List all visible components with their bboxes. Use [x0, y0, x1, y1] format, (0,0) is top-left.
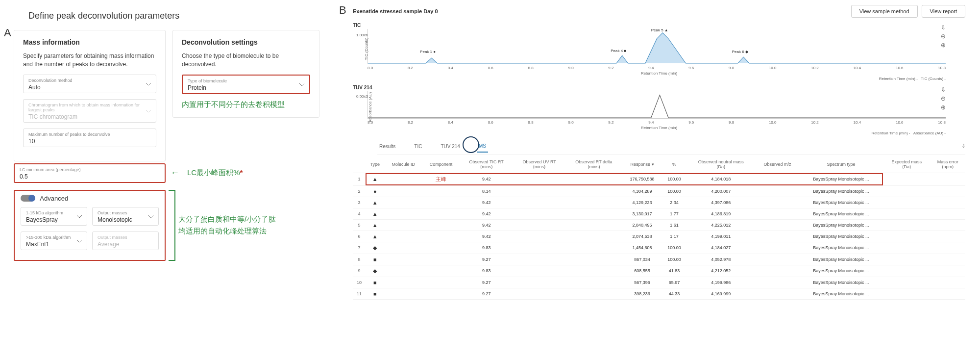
deconvolution-method-select[interactable]: Deconvolution method Auto — [23, 75, 156, 93]
tic-y-tick: 1.00x6 — [356, 33, 368, 37]
output-masses-2-label: Output masses — [98, 235, 153, 240]
tab-results[interactable]: Results — [377, 141, 397, 152]
max-peaks-label: Maximum number of peaks to deconvolve — [28, 132, 151, 137]
mass-info-desc: Specify parameters for obtaining mass in… — [23, 52, 156, 69]
algo-15-300-select[interactable]: >15-300 kDa algorithm MaxEnt1 — [21, 232, 87, 250]
column-header[interactable]: Observed TIC RT(mins) — [460, 157, 513, 173]
column-header[interactable]: Expected mass(Da) — [883, 157, 931, 173]
figure-label-a: A — [4, 26, 11, 39]
deconvolution-settings-card: Deconvolution settings Choose the type o… — [172, 30, 319, 118]
chevron-down-icon — [77, 213, 82, 220]
table-row[interactable]: 5▲9.422,840,4951.614,225.012BayesSpray M… — [353, 219, 965, 231]
column-header[interactable]: % — [662, 157, 686, 173]
table-row[interactable]: 11■9.27398,23644.334,169.999BayesSpray M… — [353, 288, 965, 299]
chevron-down-icon — [148, 213, 153, 220]
table-row[interactable]: 3▲9.424,129,2232.344,397.086BayesSpray M… — [353, 197, 965, 208]
chevron-down-icon — [299, 81, 304, 88]
tic-x-ticks: 8.08.28.48.68.89.09.29.49.69.810.010.210… — [368, 66, 946, 70]
results-table: TypeMolecule IDComponentObserved TIC RT(… — [353, 157, 965, 300]
column-header[interactable]: Type — [366, 157, 384, 173]
mass-info-heading: Mass information — [23, 38, 156, 46]
algo-1-15-select[interactable]: 1-15 kDa algorithm BayesSpray — [21, 207, 87, 226]
table-row[interactable]: 2●8.344,304,289100.004,200.007BayesSpray… — [353, 185, 965, 197]
column-header[interactable]: Component — [422, 157, 460, 173]
panel-b: Exenatide stressed sample Day 0 View sam… — [338, 0, 975, 300]
tuv-y-tick: 0.50x3 — [356, 94, 368, 99]
chevron-down-icon — [77, 237, 82, 244]
advanced-settings-panel: Advanced 1-15 kDa algorithm BayesSpray O… — [14, 190, 166, 261]
table-row[interactable]: 9◆9.83608,55541.834,212.052BayesSpray Mo… — [353, 265, 965, 277]
table-row[interactable]: 4▲9.423,130,0171.774,186.819BayesSpray M… — [353, 208, 965, 219]
lc-min-area-input[interactable]: LC minimum area (percentage) 0.5 — [14, 163, 166, 183]
peak-1-label: Peak 1 ● — [420, 50, 436, 54]
column-header[interactable] — [353, 157, 366, 173]
tab-ms[interactable]: MS — [477, 140, 488, 153]
output-masses-1-select[interactable]: Output masses Monoisotopic — [92, 207, 159, 226]
view-sample-method-button[interactable]: View sample method — [851, 5, 918, 18]
chevron-down-icon — [146, 107, 151, 114]
annotation-algorithm: 大分子蛋白质和中等/小分子肽 均适用的自动化峰处理算法 — [178, 213, 276, 237]
tuv-footer: Retention Time (min) - Absorbance (AU) - — [353, 131, 946, 135]
column-header[interactable]: Observed RT delta(mins) — [565, 157, 622, 173]
decon-method-label: Deconvolution method — [28, 78, 151, 83]
annotation-lc-min: LC最小峰面积%* — [187, 168, 243, 178]
algo-1-15-value: BayesSpray — [26, 216, 58, 223]
max-peaks-value: 10 — [28, 138, 35, 145]
advanced-label: Advanced — [40, 195, 68, 202]
results-tabs: Results TIC TUV 214 MS ⇩ — [377, 140, 965, 155]
max-peaks-input[interactable]: Maximum number of peaks to deconvolve 10 — [23, 129, 156, 147]
biomolecule-value: Protein — [188, 84, 206, 91]
decon-settings-desc: Choose the type of biomolecule to be dec… — [182, 52, 310, 69]
decon-settings-heading: Deconvolution settings — [182, 38, 310, 46]
tuv-chart-block: TUV 214 Absorbance (AU) 0.50x3 ⇩ ⊖ ⊕ 8.0… — [353, 85, 965, 135]
lc-min-area-value: 0.5 — [20, 173, 28, 180]
panel-a: Define peak deconvolution parameters Mas… — [14, 5, 342, 261]
tic-footer: Retention Time (min) - TIC (Counts) - — [353, 77, 946, 81]
tuv-chart[interactable]: Absorbance (AU) 0.50x3 ⇩ ⊖ ⊕ — [368, 91, 946, 119]
decon-method-value: Auto — [28, 84, 41, 91]
table-row[interactable]: 7◆9.831,454,608100.004,184.027BayesSpray… — [353, 242, 965, 254]
column-header[interactable]: Response ▾ — [622, 157, 662, 173]
column-header[interactable]: Observed m/z — [756, 157, 799, 173]
output-masses-1-value: Monoisotopic — [98, 216, 132, 223]
column-header[interactable]: Molecule ID — [384, 157, 422, 173]
column-header[interactable]: Mass error(ppm) — [931, 157, 965, 173]
peak-4-label: Peak 4 ■ — [611, 49, 626, 53]
output-masses-1-label: Output masses — [98, 210, 153, 215]
tab-tuv[interactable]: TUV 214 — [439, 141, 462, 152]
tic-chart[interactable]: TIC (Counts) 1.00x6 ⇩ ⊖ ⊕ Peak 1 ● Peak … — [368, 29, 946, 64]
column-header[interactable]: Observed UV RT(mins) — [513, 157, 565, 173]
algo-1-15-label: 1-15 kDa algorithm — [26, 210, 82, 215]
download-icon[interactable]: ⇩ — [961, 143, 965, 149]
chromatogram-select: Chromatogram from which to obtain mass i… — [23, 99, 156, 123]
biomolecule-type-select[interactable]: Type of biomolecule Protein — [182, 75, 310, 94]
advanced-toggle[interactable] — [21, 195, 34, 202]
column-header[interactable]: Spectrum type — [799, 157, 882, 173]
sample-title: Exenatide stressed sample Day 0 — [353, 8, 438, 14]
lc-min-area-label: LC minimum area (percentage) — [20, 167, 160, 172]
biomolecule-label: Type of biomolecule — [188, 78, 304, 83]
peak-5-label: Peak 5 ▲ — [651, 28, 668, 32]
tic-chart-block: TIC TIC (Counts) 1.00x6 ⇩ ⊖ ⊕ Peak 1 ● P… — [353, 23, 965, 81]
arrow-left-icon: ← — [171, 168, 179, 178]
table-row[interactable]: 6▲9.422,074,5381.174,199.011BayesSpray M… — [353, 231, 965, 242]
bracket-annotation — [169, 190, 175, 261]
page-title: Define peak deconvolution parameters — [28, 11, 342, 21]
table-row[interactable]: 1▲主峰9.42176,750,588100.004,184.018BayesS… — [353, 173, 965, 185]
tuv-x-axis-label: Retention Time (min) — [353, 126, 965, 130]
algo-15-300-value: MaxEnt1 — [26, 241, 49, 248]
chromatogram-label: Chromatogram from which to obtain mass i… — [28, 103, 151, 112]
chevron-down-icon — [146, 80, 151, 87]
mass-information-card: Mass information Specify parameters for … — [14, 30, 166, 161]
tic-x-axis-label: Retention Time (min) — [353, 71, 965, 76]
output-masses-2-value: Average — [98, 241, 119, 248]
output-masses-2-select: Output masses Average — [92, 232, 159, 250]
tuv-chart-title: TUV 214 — [353, 85, 965, 90]
table-row[interactable]: 8■9.27867,034100.004,052.978BayesSpray M… — [353, 254, 965, 265]
view-report-button[interactable]: View report — [922, 5, 965, 18]
annotation-decon-model: 内置用于不同分子的去卷积模型 — [182, 100, 310, 109]
column-header[interactable]: Observed neutral mass(Da) — [686, 157, 756, 173]
chromatogram-value: TIC chromatogram — [28, 113, 77, 120]
tab-tic[interactable]: TIC — [412, 141, 424, 152]
table-row[interactable]: 10■9.27567,39665.974,199.986BayesSpray M… — [353, 277, 965, 288]
